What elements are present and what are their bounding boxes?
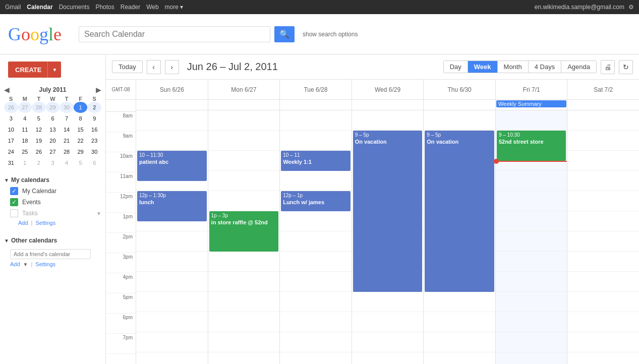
days-scroll[interactable]: 10 – 11:30 patient abc 12p – 1:30p lunch [136, 110, 639, 364]
tasks-dropdown-icon[interactable]: ▼ [96, 211, 101, 216]
topbar-reader[interactable]: Reader [121, 4, 140, 11]
add-dropdown-icon[interactable]: ▼ [23, 262, 28, 267]
day-header-wed[interactable]: Wed 6/29 [352, 80, 424, 99]
mini-cal-day[interactable]: 13 [46, 124, 60, 135]
topbar-gmail[interactable]: Gmail [5, 4, 21, 11]
mini-cal-day[interactable]: 8 [74, 113, 88, 124]
create-dropdown-arrow-icon[interactable]: ▼ [48, 67, 61, 73]
refresh-button[interactable]: ↻ [619, 60, 633, 74]
create-button[interactable]: CREATE ▼ [8, 62, 61, 78]
mini-cal-day[interactable]: 29 [74, 146, 88, 157]
sun-8am[interactable] [136, 110, 208, 131]
mini-cal-day[interactable]: 1 [18, 157, 32, 168]
day-header-mon[interactable]: Mon 6/27 [208, 80, 280, 99]
sun-7pm[interactable] [136, 332, 208, 352]
sun-2pm[interactable] [136, 231, 208, 252]
mini-cal-day[interactable]: 29 [46, 102, 60, 113]
mini-cal-day[interactable]: 9 [87, 113, 101, 124]
show-search-options[interactable]: show search options [303, 31, 358, 38]
google-logo[interactable]: Google [8, 24, 69, 45]
mini-cal-day[interactable]: 16 [87, 124, 101, 135]
mini-cal-day[interactable]: 5 [74, 157, 88, 168]
print-button[interactable]: 🖨 [601, 60, 615, 74]
mini-cal-day[interactable]: 28 [32, 102, 46, 113]
mini-cal-day[interactable]: 4 [60, 157, 74, 168]
mini-cal-day[interactable]: 30 [87, 146, 101, 157]
mini-cal-prev-icon[interactable]: ◀ [4, 86, 10, 94]
mini-cal-next-icon[interactable]: ▶ [96, 86, 101, 94]
mini-cal-day[interactable]: 31 [4, 157, 18, 168]
today-button[interactable]: Today [112, 60, 143, 73]
other-settings-link[interactable]: Settings [35, 261, 55, 267]
mini-cal-day[interactable]: 21 [60, 135, 74, 146]
day-header-sun[interactable]: Sun 6/26 [136, 80, 208, 99]
mini-cal-day[interactable]: 5 [32, 113, 46, 124]
mini-cal-day[interactable]: 19 [32, 135, 46, 146]
mini-cal-day[interactable]: 11 [18, 124, 32, 135]
day-header-sat[interactable]: Sat 7/2 [567, 80, 639, 99]
mini-cal-title[interactable]: July 2011 [39, 86, 66, 93]
topbar-calendar[interactable]: Calendar [27, 4, 52, 11]
topbar-documents[interactable]: Documents [59, 4, 90, 11]
mini-cal-day[interactable]: 6 [46, 113, 60, 124]
store-event[interactable]: 9 – 10:30 52nd street store [497, 131, 566, 161]
view-day-button[interactable]: Day [444, 61, 468, 73]
sun-5pm[interactable] [136, 292, 208, 312]
vacation-thu-event[interactable]: 9 – 5p On vacation [425, 131, 494, 292]
mini-cal-day[interactable]: 23 [87, 135, 101, 146]
weekly-summary-event[interactable]: Weekly Summary [496, 100, 567, 107]
sun-4pm[interactable] [136, 272, 208, 292]
vacation-wed-event[interactable]: 9 – 5p On vacation [353, 131, 423, 292]
mini-cal-day[interactable]: 15 [74, 124, 88, 135]
mini-cal-day[interactable]: 25 [18, 146, 32, 157]
prev-week-button[interactable]: ‹ [147, 60, 161, 74]
mini-cal-day[interactable]: 26 [32, 146, 46, 157]
mini-cal-day[interactable]: 20 [46, 135, 60, 146]
sun-9am[interactable] [136, 131, 208, 151]
mini-cal-day[interactable]: 2 [32, 157, 46, 168]
calendar-item-events[interactable]: ✓ Events [0, 197, 105, 208]
raffle-event[interactable]: 1p – 3p in store raffle @ 52nd [209, 211, 279, 252]
lunch-james-event[interactable]: 12p – 1p Lunch w/ james [281, 191, 351, 211]
mini-cal-day[interactable]: 24 [4, 146, 18, 157]
mini-cal-day[interactable]: 1 [74, 102, 88, 113]
view-agenda-button[interactable]: Agenda [561, 61, 596, 73]
mini-cal-day[interactable]: 3 [4, 113, 18, 124]
mini-cal-day[interactable]: 27 [46, 146, 60, 157]
mini-cal-day[interactable]: 3 [46, 157, 60, 168]
view-week-button[interactable]: Week [468, 61, 498, 73]
mini-cal-day[interactable]: 27 [18, 102, 32, 113]
lunch-event[interactable]: 12p – 1:30p lunch [137, 191, 207, 221]
view-month-button[interactable]: Month [498, 61, 529, 73]
other-calendars-header[interactable]: ▼ Other calendars [0, 235, 105, 246]
mini-cal-day[interactable]: 6 [87, 157, 101, 168]
day-header-fri[interactable]: Fri 7/1 [496, 80, 568, 99]
weekly11-event[interactable]: 10 – 11 Weekly 1:1 [281, 151, 351, 171]
search-button[interactable]: 🔍 [274, 26, 295, 42]
mini-cal-day[interactable]: 10 [4, 124, 18, 135]
topbar-user[interactable]: en.wikimedia.sample@gmail.com [535, 4, 624, 11]
mini-cal-day[interactable]: 18 [18, 135, 32, 146]
sun-3pm[interactable] [136, 252, 208, 272]
add-other-calendar-link[interactable]: Add [10, 261, 20, 267]
mini-cal-day[interactable]: 14 [60, 124, 74, 135]
mini-cal-day[interactable]: 7 [60, 113, 74, 124]
mini-cal-day[interactable]: 17 [4, 135, 18, 146]
mini-cal-day[interactable]: 26 [4, 102, 18, 113]
sun-6pm[interactable] [136, 312, 208, 332]
mini-cal-day[interactable]: 4 [18, 113, 32, 124]
topbar-photos[interactable]: Photos [95, 4, 114, 11]
search-input[interactable] [79, 26, 270, 42]
patient-abc-event[interactable]: 10 – 11:30 patient abc [137, 151, 207, 181]
topbar-more[interactable]: more ▾ [165, 4, 184, 11]
mini-cal-day[interactable]: 22 [74, 135, 88, 146]
mini-cal-day[interactable]: 28 [60, 146, 74, 157]
mini-cal-day[interactable]: 2 [87, 102, 101, 113]
day-header-thu[interactable]: Thu 6/30 [424, 80, 496, 99]
mini-cal-day[interactable]: 30 [60, 102, 74, 113]
next-week-button[interactable]: › [165, 60, 179, 74]
gear-icon[interactable]: ⚙ [628, 4, 634, 11]
my-calendars-header[interactable]: ▼ My calendars [0, 174, 105, 186]
calendar-item-my-calendar[interactable]: ✓ My Calendar [0, 186, 105, 197]
add-calendar-link[interactable]: Add [18, 220, 28, 226]
